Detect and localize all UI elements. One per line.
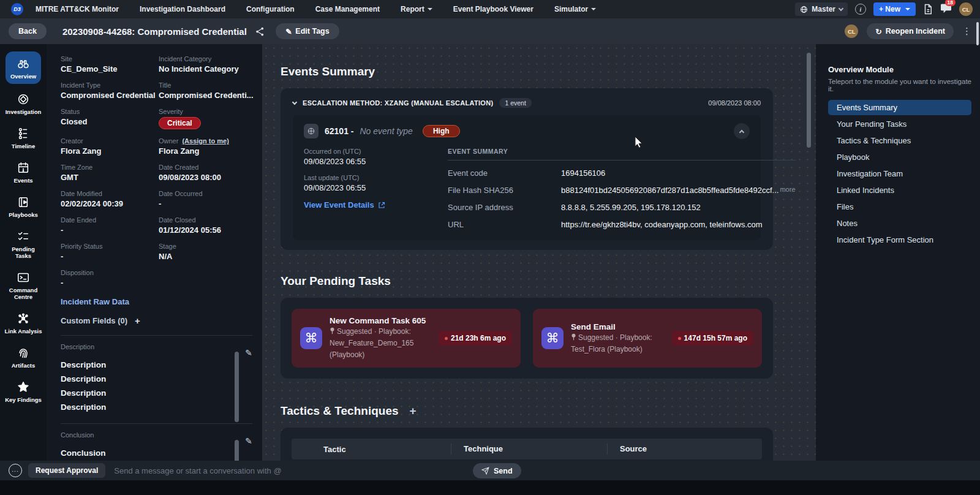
kebab-menu-icon[interactable]: ⋮ xyxy=(962,26,971,37)
rail-item-command-centre[interactable]: Command Centre xyxy=(4,268,42,303)
notifications-chat[interactable]: 18 xyxy=(940,3,952,16)
top-nav: D3 MITRE ATT&CK Monitor Investigation Da… xyxy=(0,0,980,18)
field-date-created: Date Created09/08/2023 08:00 xyxy=(159,164,254,182)
task-card[interactable]: ⌘ Send Email Suggested · Playbook: Test_… xyxy=(533,309,762,368)
message-bar: ... Request Approval Send xyxy=(0,461,980,480)
incident-title: 20230908-44268: Compromised Credential xyxy=(62,26,247,37)
module-link-linked-incidents[interactable]: Linked Incidents xyxy=(828,183,971,198)
rail-item-playbooks[interactable]: Playbooks xyxy=(4,192,42,221)
field-date-closed: Date Closed01/12/2024 05:56 xyxy=(159,216,254,235)
field-date-modified: Date Modified02/02/2024 00:39 xyxy=(61,190,159,208)
edit-tags-label: Edit Tags xyxy=(295,27,329,36)
event-count-badge: 1 event xyxy=(499,98,531,108)
rail-label: Overview xyxy=(10,73,36,80)
rail-item-pending-tasks[interactable]: Pending Tasks xyxy=(4,227,42,262)
send-button[interactable]: Send xyxy=(473,463,521,478)
add-tactic-button[interactable]: + xyxy=(410,404,417,418)
rail-item-artifacts[interactable]: Artifacts xyxy=(4,343,42,372)
info-icon[interactable]: i xyxy=(855,4,866,15)
message-input[interactable] xyxy=(114,466,457,475)
rail-item-events[interactable]: Events xyxy=(4,158,42,187)
task-name: Send Email xyxy=(571,322,665,331)
app-window: D3 MITRE ATT&CK Monitor Investigation Da… xyxy=(0,0,980,495)
module-link-tactics-techniques[interactable]: Tactics & Techniques xyxy=(828,133,971,148)
module-link-investigation-team[interactable]: Investigation Team xyxy=(828,166,971,181)
task-card[interactable]: ⌘ New Command Task 605 Suggested · Playb… xyxy=(292,309,521,368)
rail-label: Timeline xyxy=(12,143,35,149)
module-link-playbook[interactable]: Playbook xyxy=(828,149,971,165)
nav-report[interactable]: Report xyxy=(401,5,432,13)
playbook-icon xyxy=(17,195,30,209)
pencil-icon: ✎ xyxy=(285,27,292,36)
module-link-incident-type-form[interactable]: Incident Type Form Section xyxy=(828,232,971,248)
window-footer xyxy=(0,480,980,495)
share-icon[interactable] xyxy=(255,27,265,36)
timeline-icon xyxy=(17,127,30,140)
conclusion-scrollbar[interactable] xyxy=(235,440,239,461)
field-stage: StageN/A xyxy=(159,243,254,261)
nav-configuration[interactable]: Configuration xyxy=(246,5,295,13)
d3-logo[interactable]: D3 xyxy=(11,3,23,15)
edit-description-icon[interactable]: ✎ xyxy=(245,348,252,358)
conclusion-text[interactable]: Conclusion Conclusion Conclusion Conclus… xyxy=(61,446,227,461)
calendar-alert-icon xyxy=(17,161,30,175)
description-text[interactable]: Description Description Description Desc… xyxy=(61,358,227,414)
field-owner: Owner(Assign to me)Flora Zang xyxy=(159,137,254,156)
edit-tags-button[interactable]: ✎Edit Tags xyxy=(276,23,339,39)
rail-item-overview[interactable]: Overview xyxy=(6,51,41,84)
fingerprint-icon xyxy=(17,346,30,360)
occurred-value: 09/08/2023 06:55 xyxy=(304,157,448,166)
event-id: 62101 - xyxy=(325,126,353,136)
assignee-avatar[interactable]: CL xyxy=(845,25,858,38)
module-link-files[interactable]: Files xyxy=(828,199,971,214)
reopen-incident-button[interactable]: ↻Reopen Incident xyxy=(867,23,954,39)
module-link-events-summary[interactable]: Events Summary xyxy=(828,100,971,115)
external-link-icon xyxy=(378,202,385,209)
rail-label: Command Centre xyxy=(4,287,42,300)
request-approval-button[interactable]: Request Approval xyxy=(28,463,105,478)
more-link[interactable]: more xyxy=(780,186,795,195)
assign-to-me-link[interactable]: (Assign to me) xyxy=(182,137,228,145)
nav-simulator[interactable]: Simulator xyxy=(554,5,596,13)
chevron-down-icon[interactable] xyxy=(292,99,297,104)
view-event-details-link[interactable]: View Event Details xyxy=(304,200,448,210)
nav-investigation-dashboard[interactable]: Investigation Dashboard xyxy=(140,5,225,13)
chevron-down-icon xyxy=(839,6,843,10)
overview-module-panel: Overview Module Teleport to the module y… xyxy=(816,44,980,461)
module-link-pending-tasks[interactable]: Your Pending Tasks xyxy=(828,116,971,132)
rail-label: Investigation xyxy=(6,108,42,115)
nav-event-playbook-viewer[interactable]: Event Playbook Viewer xyxy=(453,5,533,13)
tactics-table-header: Tactic Technique Source xyxy=(292,439,762,459)
chat-ellipsis-icon[interactable]: ... xyxy=(9,464,22,477)
module-link-notes[interactable]: Notes xyxy=(828,216,971,231)
globe-icon xyxy=(800,6,808,13)
main-scrollbar[interactable] xyxy=(807,53,811,148)
new-button[interactable]: + New xyxy=(873,2,916,16)
edit-conclusion-icon[interactable]: ✎ xyxy=(245,436,252,446)
incident-raw-data-link[interactable]: Incident Raw Data xyxy=(61,297,129,306)
collapse-event-button[interactable] xyxy=(734,123,750,139)
add-custom-field-button[interactable]: + xyxy=(135,316,140,326)
field-incident-type: Incident TypeCompromised Credential xyxy=(61,81,159,100)
rail-item-timeline[interactable]: Timeline xyxy=(4,124,42,153)
nav-report-label: Report xyxy=(401,5,424,13)
rail-item-investigation[interactable]: Investigation xyxy=(4,89,42,118)
user-avatar[interactable]: CL xyxy=(959,2,973,16)
view-event-details-label: View Event Details xyxy=(304,200,374,210)
rail-label: Link Analysis xyxy=(5,328,42,334)
rail-item-link-analysis[interactable]: Link Analysis xyxy=(4,309,42,338)
window-scrollbar[interactable] xyxy=(976,22,979,45)
back-button[interactable]: Back xyxy=(9,23,47,39)
nav-mitre-attack-monitor[interactable]: MITRE ATT&CK Monitor xyxy=(36,5,119,13)
caret-down-icon xyxy=(428,8,432,10)
command-task-icon: ⌘ xyxy=(541,327,564,349)
tactics-table-card: Tactic Technique Source xyxy=(281,428,773,461)
custom-fields-label: Custom Fields (0) xyxy=(61,316,127,325)
severity-badge: Critical xyxy=(159,117,201,129)
document-icon[interactable] xyxy=(923,4,933,15)
reopen-icon: ↻ xyxy=(875,27,881,36)
rail-item-key-findings[interactable]: Key Findings xyxy=(4,377,42,406)
description-scrollbar[interactable] xyxy=(235,352,239,422)
master-branch-selector[interactable]: Master xyxy=(795,2,848,16)
nav-case-management[interactable]: Case Management xyxy=(315,5,380,13)
